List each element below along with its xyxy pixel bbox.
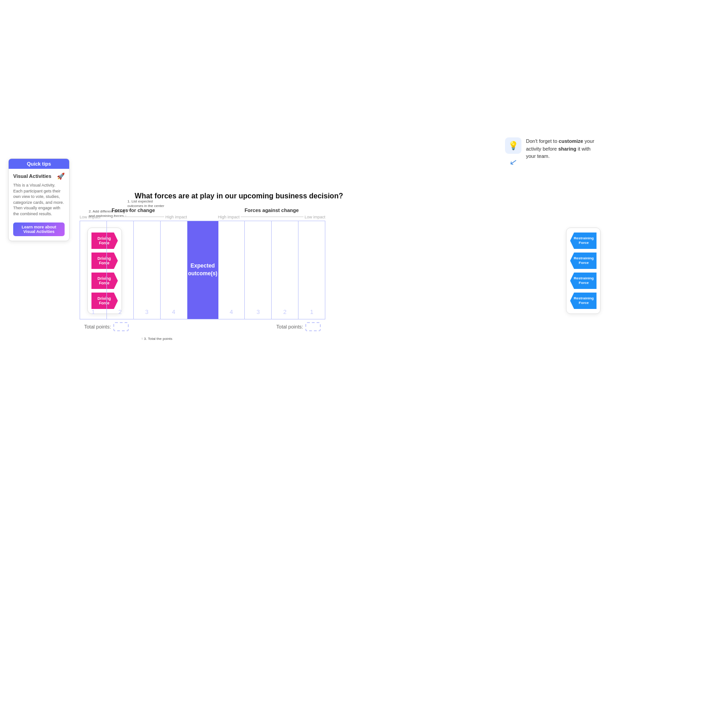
grid-col-fc-3[interactable]: 3	[134, 221, 161, 319]
main-title: What forces are at play in our upcoming …	[80, 191, 398, 201]
restraining-cards-panel: Restraining Force Restraining Force Rest…	[566, 228, 601, 314]
tooltip-text: Don't forget to customize your activity …	[526, 137, 596, 160]
high-impact-right-label: High impact	[218, 215, 240, 219]
restraining-card-1[interactable]: Restraining Force	[570, 233, 597, 249]
rocket-icon: 🚀	[57, 172, 65, 180]
forces-for-change-label: Forces for change	[80, 207, 187, 215]
grid-col-fc-4[interactable]: 4	[161, 221, 187, 319]
forces-against-change-label: Forces against change	[218, 207, 325, 215]
total-points-row: Total points: Total points:	[80, 322, 325, 331]
low-impact-left-label: Low impact	[80, 215, 101, 219]
col-num-fc-4: 4	[172, 308, 175, 315]
total-box-left[interactable]	[113, 322, 129, 331]
col-num-ac-3: 3	[257, 308, 260, 315]
col-num-ac-1: 1	[310, 308, 313, 315]
grid-col-fc-2[interactable]: 2	[107, 221, 134, 319]
grid-col-fc-1[interactable]: 1	[80, 221, 107, 319]
impact-labels-row: Low impact High impact High impact Low i…	[80, 215, 325, 219]
quick-tips-description: This is a Visual Activity. Each particip…	[9, 181, 69, 221]
col-num-fc-3: 3	[145, 308, 148, 315]
low-impact-right-label: Low impact	[304, 215, 325, 219]
right-arrow-line	[241, 217, 304, 217]
col-num-fc-2: 2	[118, 308, 121, 315]
restraining-card-3[interactable]: Restraining Force	[570, 273, 597, 289]
section-labels-row: Forces for change Forces against change	[80, 207, 325, 215]
restraining-arrow-4: Restraining Force	[570, 293, 597, 309]
restraining-card-2[interactable]: Restraining Force	[570, 253, 597, 269]
restraining-arrow-3: Restraining Force	[570, 273, 597, 289]
grid-col-ac-2[interactable]: 2	[272, 221, 298, 319]
quick-tips-title: Visual Activities 🚀	[9, 169, 69, 181]
total-box-right[interactable]	[305, 322, 321, 331]
col-num-fc-1: 1	[91, 308, 95, 315]
restraining-card-4[interactable]: Restraining Force	[570, 293, 597, 309]
col-num-ac-2: 2	[283, 308, 287, 315]
total-points-right: Total points:	[218, 322, 325, 331]
high-impact-left-label: High impact	[165, 215, 187, 219]
curved-arrow-3-icon: ↑	[141, 337, 143, 341]
grid-col-center[interactable]: Expected outcome(s)	[187, 221, 218, 319]
quick-tips-panel: Quick tips Visual Activities 🚀 This is a…	[8, 158, 70, 241]
total-label-left: Total points:	[84, 324, 111, 329]
force-field-grid: 1 2 3 4 Expected outcome(s) 4 3 2 1	[80, 221, 325, 319]
right-impact-labels: High impact Low impact	[218, 215, 325, 219]
left-arrow-line	[101, 217, 165, 217]
total-spacer	[187, 322, 218, 331]
quick-tips-header: Quick tips	[9, 159, 69, 169]
restraining-arrow-1: Restraining Force	[570, 233, 597, 249]
force-field-layout: What forces are at play in our upcoming …	[80, 191, 398, 331]
total-points-left: Total points:	[80, 322, 187, 331]
col-num-ac-4: 4	[230, 308, 233, 315]
lightbulb-icon: 💡	[505, 137, 521, 154]
restraining-arrow-2: Restraining Force	[570, 253, 597, 269]
grid-col-ac-1[interactable]: 1	[298, 221, 325, 319]
learn-more-button[interactable]: Learn more about Visual Activities	[13, 222, 65, 236]
customize-tooltip: 💡 Don't forget to customize your activit…	[505, 137, 596, 160]
callout-3: ↑ 3. Total the points	[141, 337, 172, 341]
left-impact-labels: Low impact High impact	[80, 215, 187, 219]
grid-col-ac-3[interactable]: 3	[245, 221, 272, 319]
total-label-right: Total points:	[276, 324, 303, 329]
center-outcome-text: Expected outcome(s)	[184, 258, 221, 281]
tooltip-arrow-icon: ↙	[509, 156, 518, 168]
grid-col-ac-4[interactable]: 4	[218, 221, 245, 319]
